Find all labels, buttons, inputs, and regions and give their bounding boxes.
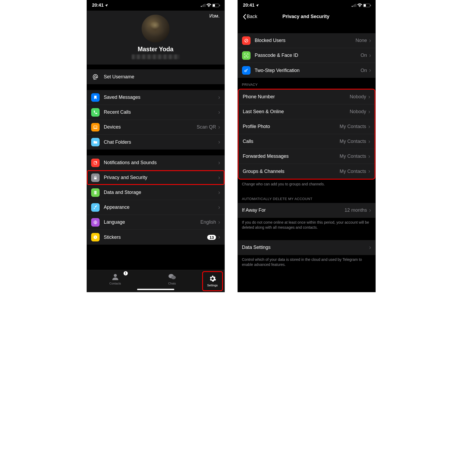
chevron-right-icon: ›: [369, 244, 371, 251]
blocked-users-row[interactable]: Blocked UsersNone›: [238, 33, 375, 48]
last-seen-online-value: Nobody: [350, 109, 366, 114]
devices-value: Scan QR: [197, 124, 216, 130]
language-value: English: [200, 219, 216, 225]
location-arrow-icon: [105, 3, 108, 7]
wifi-icon: [206, 3, 211, 7]
chevron-right-icon: ›: [368, 153, 370, 160]
if-away-label: If Away For: [242, 207, 345, 213]
gear-icon: [209, 275, 216, 283]
data-settings-footer: Control which of your data is stored in …: [238, 255, 375, 275]
set-username-row[interactable]: Set Username: [87, 69, 224, 84]
chat-folders-row[interactable]: Chat Folders›: [87, 135, 224, 150]
home-indicator[interactable]: [137, 289, 174, 290]
appearance-row[interactable]: Appearance›: [87, 200, 224, 215]
tab-contacts-label: Contacts: [109, 282, 121, 285]
settings-content[interactable]: Изм. Master Yoda Set Username Saved Mess…: [87, 11, 224, 270]
globe-icon: [91, 218, 100, 227]
tab-chats-label: Chats: [168, 282, 176, 285]
chevron-right-icon: ›: [218, 204, 220, 211]
faceid-icon: [242, 51, 251, 60]
block-icon: [242, 36, 251, 45]
privacy-and-security-label: Privacy and Security: [104, 175, 218, 180]
autodelete-footer: If you do not come online at least once …: [238, 218, 375, 233]
tab-contacts[interactable]: ! Contacts: [87, 270, 144, 292]
svg-point-11: [171, 276, 176, 279]
recent-calls-row[interactable]: Recent Calls›: [87, 105, 224, 120]
two-step-verification-row[interactable]: Two-Step VerificationOn›: [238, 63, 375, 78]
recent-calls-label: Recent Calls: [104, 109, 218, 115]
data-settings-label: Data Settings: [242, 245, 369, 250]
database-icon: [91, 188, 100, 197]
location-arrow-icon: [256, 3, 259, 7]
profile-phone-blurred: [132, 54, 180, 59]
stickers-row[interactable]: Stickers13›: [87, 230, 224, 245]
profile-name: Master Yoda: [138, 46, 173, 53]
notifications-and-sounds-row[interactable]: Notifications and Sounds›: [87, 155, 224, 170]
blocked-users-value: None: [355, 38, 367, 43]
chevron-right-icon: ›: [218, 159, 220, 166]
chevron-right-icon: ›: [369, 207, 371, 214]
folder-icon: [91, 138, 100, 146]
avatar[interactable]: [142, 15, 169, 42]
appearance-label: Appearance: [104, 205, 218, 210]
devices-row[interactable]: DevicesScan QR›: [87, 120, 224, 135]
bookmark-icon: [91, 93, 100, 102]
edit-button[interactable]: Изм.: [209, 13, 220, 19]
contacts-icon: [111, 273, 119, 281]
language-row[interactable]: LanguageEnglish›: [87, 215, 224, 230]
devices-label: Devices: [104, 124, 197, 130]
groups-channels-label: Groups & Channels: [243, 169, 340, 174]
at-icon: [91, 73, 100, 80]
privacy-and-security-row[interactable]: Privacy and Security›: [87, 170, 224, 185]
last-seen-online-row[interactable]: Last Seen & OnlineNobody›: [239, 104, 375, 119]
chevron-right-icon: ›: [218, 174, 220, 181]
back-button[interactable]: Back: [243, 14, 257, 20]
forwarded-messages-row[interactable]: Forwarded MessagesMy Contacts›: [239, 149, 375, 164]
chevron-right-icon: ›: [369, 67, 371, 74]
profile-photo-label: Profile Photo: [243, 124, 340, 129]
svg-point-7: [94, 193, 97, 194]
svg-rect-4: [94, 177, 96, 179]
privacy-content[interactable]: Blocked UsersNone›Passcode & Face IDOn›T…: [238, 23, 375, 292]
chats-icon: [168, 273, 176, 281]
groups-channels-row[interactable]: Groups & ChannelsMy Contacts›: [239, 164, 375, 179]
data-settings-row[interactable]: Data Settings ›: [238, 240, 375, 255]
phone-number-value: Nobody: [350, 94, 366, 100]
wifi-icon: [357, 3, 362, 7]
svg-point-0: [94, 76, 96, 78]
autodelete-section-header: AUTOMATICALLY DELETE MY ACCOUNT: [238, 189, 375, 203]
brush-icon: [91, 203, 100, 212]
calls-row[interactable]: CallsMy Contacts›: [239, 134, 375, 149]
language-label: Language: [104, 219, 201, 225]
chevron-right-icon: ›: [368, 94, 370, 100]
data-and-storage-row[interactable]: Data and Storage›: [87, 185, 224, 200]
privacy-screen: 20:41 Back Privacy and Security Blocked …: [238, 0, 375, 292]
forwarded-messages-value: My Contacts: [340, 154, 366, 159]
svg-point-14: [247, 55, 247, 55]
chevron-right-icon: ›: [369, 37, 371, 44]
back-label: Back: [247, 14, 257, 19]
passcode-face-id-row[interactable]: Passcode & Face IDOn›: [238, 48, 375, 63]
set-username-label: Set Username: [104, 74, 220, 80]
chevron-right-icon: ›: [218, 189, 220, 196]
svg-point-3: [95, 161, 97, 163]
chevron-right-icon: ›: [368, 108, 370, 115]
phone-number-row[interactable]: Phone NumberNobody›: [239, 90, 375, 104]
stickers-badge: 13: [207, 235, 216, 240]
saved-messages-row[interactable]: Saved Messages›: [87, 90, 224, 105]
profile-photo-row[interactable]: Profile PhotoMy Contacts›: [239, 119, 375, 134]
blocked-users-label: Blocked Users: [255, 38, 356, 43]
phone-icon: [91, 108, 100, 117]
data-and-storage-label: Data and Storage: [104, 190, 218, 195]
bell-icon: [91, 159, 100, 167]
tab-settings[interactable]: Settings: [202, 271, 223, 291]
groups-channels-value: My Contacts: [340, 169, 366, 174]
chevron-right-icon: ›: [218, 124, 220, 131]
profile-photo-value: My Contacts: [340, 124, 366, 129]
chevron-right-icon: ›: [369, 52, 371, 59]
if-away-for-row[interactable]: If Away For 12 months ›: [238, 203, 375, 218]
profile-header: Изм. Master Yoda: [87, 11, 224, 65]
privacy-section-header: PRIVACY: [238, 78, 375, 89]
lock-icon: [91, 173, 100, 182]
nav-title: Privacy and Security: [257, 14, 355, 19]
